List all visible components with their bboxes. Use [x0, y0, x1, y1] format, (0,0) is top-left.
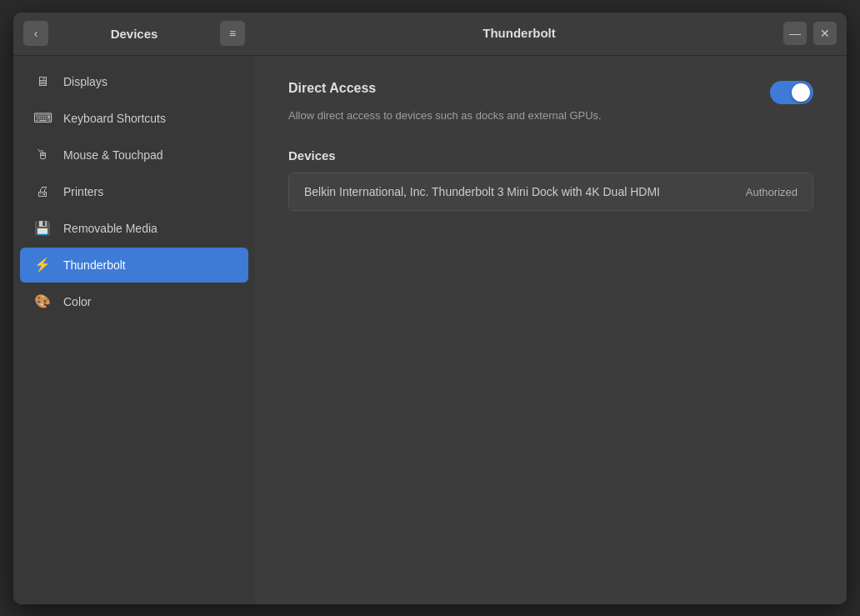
sidebar-item-printers[interactable]: 🖨Printers [20, 174, 248, 209]
menu-button[interactable]: ≡ [220, 21, 245, 46]
thunderbolt-label: Thunderbolt [63, 258, 126, 272]
sidebar-item-keyboard-shortcuts[interactable]: ⌨Keyboard Shortcuts [20, 101, 248, 136]
titlebar: ‹ Devices ≡ Thunderbolt — ✕ [13, 13, 847, 56]
direct-access-section: Direct Access Allow direct access to dev… [288, 81, 813, 124]
color-icon: 🎨 [33, 293, 52, 311]
toggle-thumb [792, 83, 810, 102]
sidebar-item-thunderbolt[interactable]: ⚡Thunderbolt [20, 248, 248, 283]
window-body: 🖥Displays⌨Keyboard Shortcuts🖱Mouse & Tou… [13, 56, 847, 604]
printers-label: Printers [63, 185, 103, 198]
content-area: Direct Access Allow direct access to dev… [255, 56, 847, 604]
displays-icon: 🖥 [33, 73, 52, 91]
device-status: Authorized [746, 186, 798, 198]
close-icon: ✕ [820, 27, 830, 40]
direct-access-toggle[interactable] [770, 81, 813, 104]
back-button[interactable]: ‹ [23, 21, 48, 46]
direct-access-title: Direct Access [288, 81, 705, 96]
direct-access-text: Direct Access Allow direct access to dev… [288, 81, 705, 124]
sidebar-item-mouse-touchpad[interactable]: 🖱Mouse & Touchpad [20, 138, 248, 173]
mouse-touchpad-icon: 🖱 [33, 146, 52, 164]
close-button[interactable]: ✕ [813, 22, 837, 45]
removable-media-icon: 💾 [33, 219, 52, 238]
sidebar-item-color[interactable]: 🎨Color [20, 284, 248, 319]
sidebar-item-displays[interactable]: 🖥Displays [20, 64, 248, 99]
thunderbolt-icon: ⚡ [33, 256, 52, 274]
sidebar: 🖥Displays⌨Keyboard Shortcuts🖱Mouse & Tou… [13, 56, 255, 604]
device-list: Belkin International, Inc. Thunderbolt 3… [288, 173, 813, 211]
minimize-icon: — [789, 27, 801, 40]
minimize-button[interactable]: — [783, 22, 807, 45]
titlebar-right: — ✕ [783, 22, 847, 45]
color-label: Color [63, 295, 91, 308]
sidebar-item-removable-media[interactable]: 💾Removable Media [20, 211, 248, 246]
displays-label: Displays [63, 75, 108, 88]
device-name: Belkin International, Inc. Thunderbolt 3… [304, 185, 660, 198]
keyboard-shortcuts-icon: ⌨ [33, 109, 52, 128]
back-icon: ‹ [34, 27, 38, 40]
sidebar-title: Devices [55, 27, 213, 41]
main-window: ‹ Devices ≡ Thunderbolt — ✕ 🖥Displays⌨Ke… [13, 13, 847, 604]
titlebar-center: Thunderbolt [255, 26, 783, 41]
titlebar-left: ‹ Devices ≡ [13, 21, 255, 46]
device-row: Belkin International, Inc. Thunderbolt 3… [289, 173, 812, 210]
mouse-touchpad-label: Mouse & Touchpad [63, 148, 163, 162]
devices-section-title: Devices [288, 148, 813, 163]
removable-media-label: Removable Media [63, 222, 158, 235]
printers-icon: 🖨 [33, 183, 52, 201]
keyboard-shortcuts-label: Keyboard Shortcuts [63, 112, 166, 125]
toggle-track[interactable] [770, 81, 813, 104]
page-title: Thunderbolt [482, 26, 555, 40]
direct-access-description: Allow direct access to devices such as d… [288, 108, 705, 124]
devices-section: Devices Belkin International, Inc. Thund… [288, 148, 813, 211]
menu-icon: ≡ [229, 27, 236, 40]
